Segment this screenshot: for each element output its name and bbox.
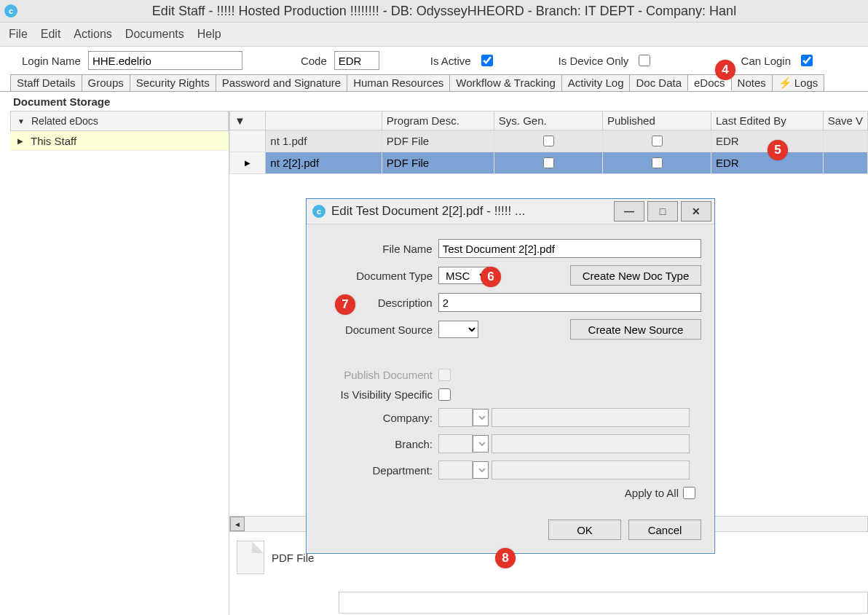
grid-header-published[interactable]: Published xyxy=(602,111,711,130)
grid-header-program[interactable]: Program Desc. xyxy=(382,111,494,130)
grid-header-sysgen[interactable]: Sys. Gen. xyxy=(494,111,602,130)
window-title: Edit Staff - !!!!! Hosted Production !!!… xyxy=(25,4,864,19)
menu-help[interactable]: Help xyxy=(197,28,221,41)
tab-password-and-signature[interactable]: Password and Signature xyxy=(216,74,347,91)
document-source-label: Document Source xyxy=(320,324,438,336)
document-source-select[interactable] xyxy=(438,321,478,338)
document-icon xyxy=(237,541,264,574)
menu-actions[interactable]: Actions xyxy=(74,28,111,41)
company-code-input[interactable] xyxy=(438,408,473,427)
tab-logs-label: Logs xyxy=(794,77,818,89)
is-visibility-specific-checkbox[interactable] xyxy=(438,388,451,401)
minimize-button[interactable]: ― xyxy=(614,201,644,222)
close-button[interactable]: ✕ xyxy=(681,201,711,222)
step-badge-7: 7 xyxy=(335,294,355,315)
apply-to-all-checkbox[interactable] xyxy=(683,487,695,499)
department-label: Department: xyxy=(320,464,438,477)
grid-header-save[interactable]: Save V xyxy=(823,111,867,130)
tab-activity-log[interactable]: Activity Log xyxy=(561,74,631,91)
document-type-label: Document Type xyxy=(320,270,438,282)
company-select[interactable] xyxy=(473,409,489,426)
published-checkbox[interactable] xyxy=(652,136,663,146)
can-login-checkbox[interactable] xyxy=(801,55,813,66)
menu-documents[interactable]: Documents xyxy=(125,28,184,41)
step-badge-5: 5 xyxy=(768,140,788,160)
menu-bar: File Edit Actions Documents Help xyxy=(0,23,868,47)
cell-sysgen xyxy=(494,152,602,174)
can-login-label: Can Login xyxy=(741,55,791,67)
tab-human-resources[interactable]: Human Resources xyxy=(347,74,450,91)
app-icon: c xyxy=(4,4,17,17)
code-label: Code xyxy=(301,55,327,67)
is-device-label: Is Device Only xyxy=(559,55,629,67)
cell-file: nt 1.pdf xyxy=(266,130,382,152)
tab-doc-data[interactable]: Doc Data xyxy=(629,74,688,91)
tab-staff-details[interactable]: Staff Details xyxy=(10,74,82,91)
tab-groups[interactable]: Groups xyxy=(82,74,130,91)
tab-notes[interactable]: Notes xyxy=(731,74,773,91)
grid-header-file[interactable] xyxy=(266,111,382,130)
grid-header-lastedited[interactable]: Last Edited By xyxy=(711,111,824,130)
left-header[interactable]: ▼ Related eDocs xyxy=(10,111,229,131)
chevron-right-icon[interactable]: ▶ xyxy=(10,137,31,145)
branch-label: Branch: xyxy=(320,438,438,450)
tab-workflow-and-tracking[interactable]: Workflow & Tracking xyxy=(449,74,561,91)
cell-editor: EDR xyxy=(711,152,824,174)
tab-logs[interactable]: ⚡Logs xyxy=(772,74,825,91)
chevron-down-icon[interactable]: ▼ xyxy=(11,117,31,125)
is-active-checkbox[interactable] xyxy=(481,55,493,66)
login-name-input[interactable] xyxy=(88,51,242,70)
row-indicator xyxy=(230,130,266,152)
department-select[interactable] xyxy=(473,461,489,479)
tree-item-this-staff[interactable]: ▶ This Staff xyxy=(10,131,229,151)
sysgen-checkbox[interactable] xyxy=(543,157,554,168)
is-visibility-specific-label: Is Visibility Specific xyxy=(320,388,438,401)
dialog-body: File Name Document Type MSC Create New D… xyxy=(307,224,714,553)
publish-document-checkbox xyxy=(438,369,451,381)
branch-name-input[interactable] xyxy=(492,434,690,453)
cell-published xyxy=(602,130,711,152)
publish-document-label: Publish Document xyxy=(320,369,438,381)
cell-published xyxy=(602,152,711,174)
published-checkbox[interactable] xyxy=(652,157,663,168)
scroll-left-icon[interactable]: ◄ xyxy=(230,517,245,531)
create-new-source-button[interactable]: Create New Source xyxy=(570,319,701,340)
is-device-checkbox[interactable] xyxy=(639,55,650,66)
department-code-input[interactable] xyxy=(438,461,473,479)
cancel-button[interactable]: Cancel xyxy=(628,520,701,540)
sysgen-checkbox[interactable] xyxy=(543,136,554,146)
app-icon: c xyxy=(312,205,326,218)
dialog-title: Edit Test Document 2[2].pdf - !!!!! ... xyxy=(331,204,611,219)
create-new-doc-type-button[interactable]: Create New Doc Type xyxy=(570,265,701,286)
code-input[interactable] xyxy=(334,51,379,70)
cell-program: PDF File xyxy=(382,130,494,152)
dialog-title-bar[interactable]: c Edit Test Document 2[2].pdf - !!!!! ..… xyxy=(307,199,714,224)
branch-select[interactable] xyxy=(473,435,489,453)
preview-input[interactable] xyxy=(339,592,868,614)
header-form: Login Name Code Is Active Is Device Only… xyxy=(0,47,868,74)
cell-file: nt 2[2].pdf xyxy=(266,152,382,174)
grid-header-arrow[interactable]: ▼ xyxy=(230,111,266,130)
company-name-input[interactable] xyxy=(492,408,690,427)
step-badge-6: 6 xyxy=(481,267,501,287)
branch-code-input[interactable] xyxy=(438,434,473,453)
menu-edit[interactable]: Edit xyxy=(41,28,61,41)
maximize-button[interactable]: □ xyxy=(647,201,678,222)
department-name-input[interactable] xyxy=(492,461,690,479)
tab-security-rights[interactable]: Security Rights xyxy=(130,74,216,91)
ok-button[interactable]: OK xyxy=(548,520,621,540)
login-name-label: Login Name xyxy=(22,55,81,67)
apply-to-all-label: Apply to All xyxy=(625,487,679,499)
step-badge-8: 8 xyxy=(495,548,516,568)
menu-file[interactable]: File xyxy=(9,28,28,41)
left-pane: ▼ Related eDocs ▶ This Staff xyxy=(0,111,229,615)
window-title-bar: c Edit Staff - !!!!! Hosted Production !… xyxy=(0,0,868,23)
cell-save xyxy=(823,130,867,152)
cell-program: PDF File xyxy=(382,152,494,174)
file-name-label: File Name xyxy=(320,243,438,255)
file-name-input[interactable] xyxy=(438,239,701,258)
edit-document-dialog: c Edit Test Document 2[2].pdf - !!!!! ..… xyxy=(306,198,715,554)
grid-header-row: ▼ Program Desc. Sys. Gen. Published Last… xyxy=(230,111,868,130)
is-active-label: Is Active xyxy=(430,55,471,67)
description-input[interactable] xyxy=(438,293,701,312)
